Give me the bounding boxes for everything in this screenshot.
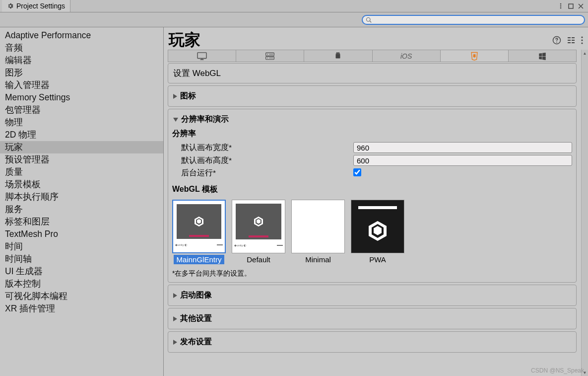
section-other: 其他设置 — [168, 308, 577, 329]
sidebar-item[interactable]: 版本控制 — [0, 278, 163, 290]
platform-tab-windows[interactable] — [509, 50, 576, 62]
sidebar-item[interactable]: 2D 物理 — [0, 129, 163, 141]
platform-tabs: iOS 5 — [168, 50, 577, 62]
close-icon[interactable] — [577, 2, 584, 9]
template-minimal[interactable]: Minimal — [291, 200, 345, 264]
preset-icon[interactable] — [567, 36, 575, 44]
resolution-subheader: 分辨率 — [172, 128, 572, 141]
svg-rect-19 — [197, 52, 206, 58]
field-canvas-width: 默认画布宽度* — [172, 141, 572, 154]
gear-icon — [7, 2, 14, 9]
sidebar-item[interactable]: 编辑器 — [0, 54, 163, 67]
window-controls — [557, 2, 588, 9]
menu-icon[interactable] — [581, 36, 583, 44]
unity-logo-icon — [253, 216, 264, 227]
sidebar-item[interactable]: 可视化脚本编程 — [0, 290, 163, 302]
svg-rect-28 — [336, 55, 340, 59]
window-title: Project Settings — [16, 2, 65, 10]
platform-tab-webgl[interactable]: 5 — [441, 50, 509, 62]
toolbar — [0, 12, 588, 27]
field-run-background: 后台运行* — [172, 167, 572, 179]
svg-rect-13 — [572, 40, 575, 41]
sidebar-item[interactable]: UI 生成器 — [0, 265, 163, 278]
platform-tab-desktop[interactable] — [168, 50, 236, 62]
page-title: 玩家 — [169, 29, 200, 51]
platform-settings-panel: 设置 WebGL — [168, 63, 577, 83]
maximize-icon[interactable] — [567, 2, 574, 9]
sidebar-item[interactable]: 预设管理器 — [0, 153, 163, 166]
section-icon: 图标 — [168, 85, 577, 107]
sidebar-item[interactable]: 服务 — [0, 203, 163, 216]
titlebar: Project Settings — [0, 0, 588, 12]
section-publish: 发布设置 — [168, 331, 577, 353]
section-resolution: 分辨率和演示 分辨率 默认画布宽度* 默认画布高度* 后台运行* WebGL 模… — [168, 109, 577, 283]
svg-rect-3 — [569, 4, 573, 8]
svg-rect-11 — [572, 37, 575, 38]
sidebar-item[interactable]: 时间 — [0, 240, 163, 253]
chevron-right-icon — [173, 316, 177, 321]
chevron-right-icon — [173, 94, 177, 99]
svg-rect-12 — [568, 40, 571, 41]
platform-tab-server[interactable] — [236, 50, 304, 62]
sidebar-item[interactable]: 图形 — [0, 67, 163, 79]
foldout-icon[interactable]: 图标 — [172, 88, 572, 104]
sidebar-item[interactable]: 标签和图层 — [0, 216, 163, 228]
svg-point-24 — [267, 54, 268, 55]
sidebar-item[interactable]: 时间轴 — [0, 253, 163, 265]
svg-point-16 — [581, 36, 583, 38]
sidebar-item[interactable]: 包管理器 — [0, 104, 163, 116]
platform-section-title: 设置 WebGL — [172, 66, 572, 81]
chevron-right-icon — [173, 340, 177, 345]
sidebar-item[interactable]: XR 插件管理 — [0, 302, 163, 315]
svg-rect-15 — [572, 42, 575, 43]
svg-rect-10 — [568, 37, 571, 38]
canvas-height-input[interactable] — [353, 155, 572, 166]
scroll-up-icon[interactable]: ▲ — [582, 50, 588, 57]
template-pwa[interactable]: PWA — [351, 200, 404, 264]
sidebar-item[interactable]: Memory Settings — [0, 91, 163, 104]
svg-point-0 — [560, 3, 562, 5]
settings-sidebar[interactable]: Adaptive Performance音频编辑器图形输入管理器Memory S… — [0, 27, 164, 376]
sidebar-item[interactable]: 物理 — [0, 116, 163, 129]
chevron-down-icon — [173, 118, 178, 122]
sidebar-item[interactable]: 音频 — [0, 42, 163, 54]
field-canvas-height: 默认画布高度* — [172, 154, 572, 167]
svg-point-31 — [337, 53, 337, 54]
templates-header: WebGL 模板 — [172, 183, 572, 197]
unity-logo-icon — [193, 216, 205, 227]
sidebar-item[interactable]: 玩家 — [0, 141, 163, 153]
sidebar-item[interactable]: Adaptive Performance — [0, 29, 163, 42]
sidebar-item[interactable]: TextMesh Pro — [0, 228, 163, 240]
foldout-publish[interactable]: 发布设置 — [172, 334, 572, 350]
platform-tab-ios[interactable]: iOS — [373, 50, 441, 62]
run-background-checkbox[interactable] — [353, 168, 361, 176]
foldout-splash[interactable]: 启动图像 — [172, 287, 572, 303]
search-input[interactable] — [362, 15, 585, 25]
help-icon[interactable] — [552, 36, 561, 45]
chevron-right-icon — [173, 293, 177, 298]
svg-point-18 — [581, 42, 583, 44]
unity-logo-icon — [366, 219, 390, 243]
sidebar-item[interactable]: 脚本执行顺序 — [0, 191, 163, 203]
svg-point-32 — [339, 53, 339, 54]
foldout-resolution[interactable]: 分辨率和演示 — [172, 111, 572, 128]
template-default[interactable]: ◆unity ◐▬▬ Default — [232, 200, 285, 264]
sidebar-item[interactable]: 质量 — [0, 166, 163, 178]
sidebar-item[interactable]: 输入管理器 — [0, 79, 163, 91]
window-tab[interactable]: Project Settings — [2, 0, 70, 12]
vertical-scrollbar[interactable]: ▲ ▼ — [581, 50, 588, 376]
settings-content: 玩家 iOS 5 设置 WebGL — [164, 27, 588, 376]
template-mainnglentry[interactable]: ◆unity ◐▬▬ MainnGlEntry — [172, 200, 226, 264]
kebab-icon[interactable] — [557, 2, 564, 9]
foldout-other[interactable]: 其他设置 — [172, 310, 572, 327]
canvas-width-input[interactable] — [353, 142, 572, 153]
svg-point-9 — [556, 42, 557, 43]
search-icon — [366, 17, 372, 23]
watermark: CSDN @NS_Speak — [531, 367, 584, 374]
svg-point-2 — [560, 7, 562, 9]
svg-point-17 — [581, 39, 583, 41]
svg-text:5: 5 — [473, 54, 475, 58]
platform-tab-android[interactable] — [304, 50, 372, 62]
sidebar-item[interactable]: 场景模板 — [0, 178, 163, 191]
svg-rect-14 — [568, 42, 571, 43]
